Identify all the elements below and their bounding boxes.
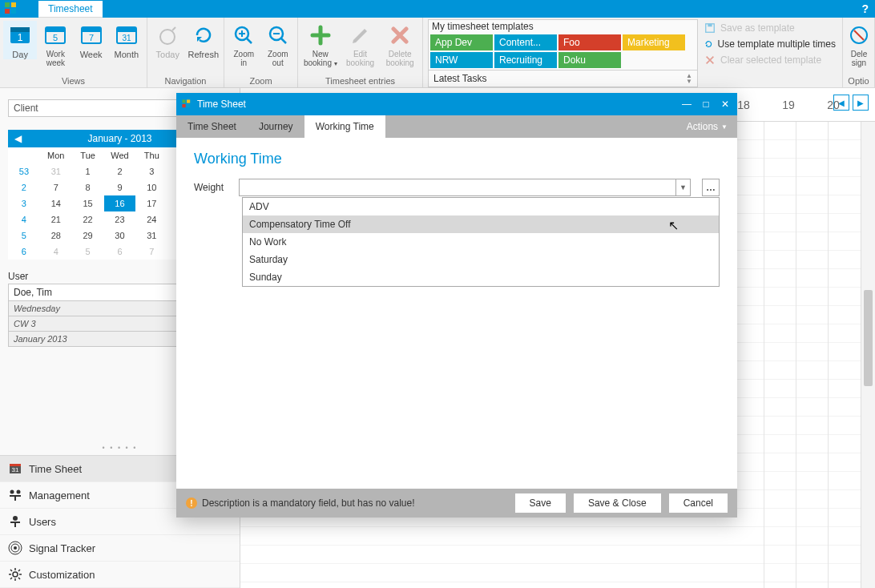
calendar-week-3[interactable]: 3 [8, 195, 40, 211]
calendar-week-5[interactable]: 5 [8, 228, 40, 244]
nav-item-label: Management [29, 489, 90, 501]
calendar-day[interactable]: 17 [135, 195, 167, 211]
delete-booking-button[interactable]: Deletebooking [381, 21, 419, 67]
calendar-day[interactable]: 8 [72, 179, 104, 195]
latest-tasks-label[interactable]: Latest Tasks [433, 73, 486, 84]
x-icon [387, 22, 413, 48]
cancel-button[interactable]: Cancel [669, 493, 728, 513]
nav-refresh-button[interactable]: Refresh [187, 21, 221, 59]
weight-option-saturday[interactable]: Saturday [243, 251, 719, 268]
view-week-button[interactable]: 7 Week [75, 21, 108, 59]
calendar-day[interactable]: 15 [72, 195, 104, 211]
svg-rect-8 [46, 27, 65, 32]
calendar-day[interactable]: 28 [40, 228, 72, 244]
weight-combobox[interactable]: ▼ [239, 179, 691, 196]
nav-item-custom[interactable]: Customization [0, 562, 240, 588]
new-booking-label: Newbooking ▾ [301, 50, 340, 68]
nav-today-button[interactable]: Today [151, 21, 185, 59]
template-recruiting[interactable]: Recruiting [494, 52, 557, 68]
calendar-day[interactable]: 23 [104, 211, 136, 228]
window-tab-timesheet[interactable]: Timesheet [38, 1, 103, 18]
calendar-day[interactable]: 5 [72, 244, 104, 260]
save-as-template-button[interactable]: Save as template [704, 22, 836, 34]
weight-option-adv[interactable]: ADV [243, 198, 719, 215]
svg-rect-11 [82, 27, 101, 32]
save-icon [704, 22, 716, 34]
template-nrw[interactable]: NRW [430, 52, 493, 68]
zoom-out-button[interactable]: Zoomout [262, 21, 295, 67]
templates-scroll-icon[interactable]: ▲▼ [686, 73, 692, 84]
calendar-day[interactable]: 7 [135, 244, 167, 260]
template-foo[interactable]: Foo [558, 34, 621, 50]
calendar-week-4[interactable]: 4 [8, 211, 40, 228]
management-icon [8, 488, 22, 502]
svg-point-16 [160, 30, 175, 44]
calendar-day[interactable]: 3 [135, 163, 167, 179]
delete-signature-button[interactable]: Delesign [846, 21, 872, 67]
calendar-week-53[interactable]: 53 [8, 163, 40, 179]
calendar-day[interactable]: 16 [104, 195, 136, 211]
template-app-dev[interactable]: App Dev [430, 34, 493, 50]
schedule-day-header[interactable]: 19 [774, 99, 803, 111]
nav-item-signal[interactable]: Signal Tracker [0, 535, 240, 562]
ribbon-group-zoom-label: Zoom [228, 75, 294, 87]
warning-icon: ! [186, 497, 197, 509]
template-doku[interactable]: Doku [558, 52, 621, 68]
calendar-week-6[interactable]: 6 [8, 244, 40, 260]
clear-selected-template-button[interactable]: Clear selected template [704, 54, 836, 66]
calendar-day[interactable]: 31 [135, 228, 167, 244]
use-template-multiple-button[interactable]: Use template multiple times [704, 38, 836, 50]
calendar-day[interactable]: 24 [135, 211, 167, 228]
template-content-[interactable]: Content... [494, 34, 557, 50]
template-marketing[interactable]: Marketing [623, 34, 685, 50]
schedule-day-header[interactable]: 20 [819, 99, 848, 111]
zoom-in-button[interactable]: Zoomin [228, 21, 260, 67]
save-close-button[interactable]: Save & Close [574, 493, 661, 513]
ribbon-group-options-label: Optio [846, 75, 871, 87]
calendar-day[interactable]: 2 [104, 163, 136, 179]
modal-minimize-button[interactable]: — [679, 99, 694, 110]
modal-maximize-button[interactable]: □ [699, 99, 713, 110]
svg-point-32 [14, 546, 17, 550]
new-booking-button[interactable]: Newbooking ▾ [301, 21, 340, 68]
use-template-multiple-label: Use template multiple times [718, 38, 836, 50]
weight-option-no-work[interactable]: No Work [243, 233, 719, 251]
calendar-day[interactable]: 6 [104, 244, 136, 260]
help-icon[interactable]: ? [861, 2, 869, 15]
calendar-day[interactable]: 14 [40, 195, 72, 211]
users-icon [8, 514, 22, 529]
calendar-day[interactable]: 30 [104, 228, 136, 244]
calendar-day[interactable]: 7 [40, 179, 72, 195]
save-button[interactable]: Save [515, 493, 566, 513]
weight-option-compensatory-time-off[interactable]: Compensatory Time Off [243, 215, 719, 233]
calendar-day[interactable]: 22 [72, 211, 104, 228]
svg-text:5: 5 [53, 33, 58, 42]
svg-rect-31 [14, 522, 16, 527]
weight-browse-button[interactable]: … [702, 179, 720, 196]
calendar-day[interactable]: 1 [72, 163, 104, 179]
modal-tab-journey[interactable]: Journey [248, 115, 304, 138]
modal-close-button[interactable]: ✕ [718, 99, 732, 110]
view-day-label: Day [3, 50, 37, 59]
chevron-down-icon[interactable]: ▼ [675, 179, 690, 195]
view-month-button[interactable]: 31 Month [110, 21, 143, 59]
scrollbar-thumb[interactable] [864, 290, 873, 386]
calendar-week-2[interactable]: 2 [8, 179, 40, 195]
calendar-day[interactable]: 4 [40, 244, 72, 260]
modal-tab-time-sheet[interactable]: Time Sheet [176, 115, 248, 138]
edit-booking-button[interactable]: Editbooking [341, 21, 380, 67]
calendar-day[interactable]: 21 [40, 211, 72, 228]
calendar-prev-icon[interactable]: ◀ [14, 133, 22, 144]
weight-input[interactable] [240, 179, 675, 195]
calendar-day[interactable]: 9 [104, 179, 136, 195]
modal-actions-menu[interactable]: Actions▼ [677, 115, 737, 138]
calendar-day[interactable]: 10 [135, 179, 167, 195]
modal-app-icon [181, 99, 192, 110]
weight-option-sunday[interactable]: Sunday [243, 268, 719, 286]
view-workweek-button[interactable]: 5 Workweek [38, 21, 72, 67]
calendar-day[interactable]: 29 [72, 228, 104, 244]
calendar-day[interactable]: 31 [40, 163, 72, 179]
schedule-scrollbar[interactable] [861, 122, 875, 588]
modal-tab-working-time[interactable]: Working Time [304, 115, 385, 138]
view-day-button[interactable]: 1 Day [3, 21, 37, 59]
